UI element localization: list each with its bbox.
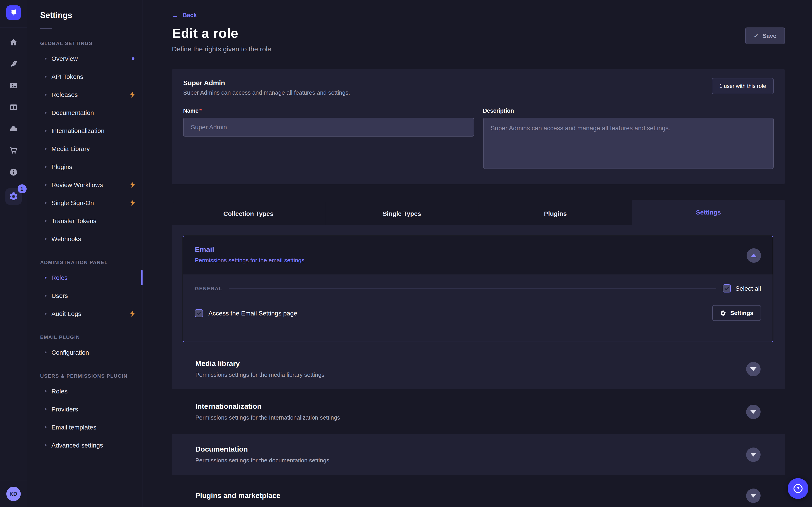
email-accordion-title: Email	[195, 245, 761, 254]
sidebar-item-users[interactable]: Users	[28, 287, 143, 305]
sidebar-item-label: Roles	[51, 274, 68, 281]
name-field-group: Name*	[183, 108, 474, 171]
bullet-icon	[45, 313, 46, 315]
main-content: ← Back Edit a role Define the rights giv…	[144, 0, 812, 507]
sidebar-item-overview[interactable]: Overview	[28, 50, 143, 68]
tab-settings[interactable]: Settings	[632, 200, 785, 225]
sidebar-item-documentation[interactable]: Documentation	[28, 104, 143, 122]
help-button[interactable]: ?	[788, 478, 808, 499]
bullet-icon	[45, 184, 46, 186]
app-root: 1 KD Settings GLOBAL SETTINGS Overview A…	[0, 0, 812, 507]
sidebar-item-transfer-tokens[interactable]: Transfer Tokens	[28, 212, 143, 230]
accordion-media-library[interactable]: Media library Permissions settings for t…	[172, 348, 785, 389]
back-link[interactable]: ← Back	[172, 12, 197, 18]
bullet-icon	[45, 220, 46, 222]
cloud-icon[interactable]	[9, 124, 18, 133]
sidebar-item-label: Media Library	[51, 145, 90, 152]
access-email-settings-checkbox[interactable]	[195, 309, 203, 317]
email-settings-button[interactable]: Settings	[712, 305, 761, 321]
home-icon[interactable]	[9, 38, 18, 47]
expand-button[interactable]	[746, 447, 761, 462]
sidebar-item-roles-admin[interactable]: Roles	[28, 269, 143, 287]
bullet-icon	[45, 390, 46, 392]
sidebar-item-label: Releases	[51, 91, 78, 98]
user-avatar[interactable]: KD	[6, 487, 20, 501]
rail-icon-list: 1	[5, 38, 21, 205]
accordion-plugins-and-marketplace[interactable]: Plugins and marketplace	[172, 475, 785, 507]
expand-button[interactable]	[746, 362, 761, 376]
sidebar-item-single-sign-on[interactable]: Single Sign-On	[28, 194, 143, 212]
sidebar-item-advanced-settings[interactable]: Advanced settings	[28, 436, 143, 454]
content-manager-feather-icon[interactable]	[9, 59, 18, 68]
select-all-checkbox[interactable]	[723, 284, 731, 292]
accordion-title: Media library	[195, 360, 324, 368]
expand-button[interactable]	[746, 404, 761, 419]
description-textarea: Super Admins can access and manage all f…	[483, 118, 774, 169]
sidebar-item-configuration[interactable]: Configuration	[28, 343, 143, 361]
sidebar-item-label: Plugins	[51, 163, 72, 170]
role-description-text: Super Admins can access and manage all f…	[183, 89, 774, 96]
bullet-icon	[45, 277, 46, 279]
accordion-internationalization[interactable]: Internationalization Permissions setting…	[172, 389, 785, 434]
media-library-images-icon[interactable]	[9, 81, 18, 90]
users-with-role-button[interactable]: 1 user with this role	[712, 78, 774, 94]
bullet-icon	[45, 238, 46, 240]
access-email-settings-label: Access the Email Settings page	[208, 309, 297, 317]
chevron-down-icon	[750, 367, 757, 371]
sidebar-item-audit-logs[interactable]: Audit Logs	[28, 305, 143, 323]
name-label: Name*	[183, 108, 474, 114]
chevron-down-icon	[750, 410, 757, 413]
section-divider	[229, 288, 717, 289]
bullet-icon	[45, 444, 46, 446]
sidebar-item-internationalization[interactable]: Internationalization	[28, 122, 143, 140]
sidebar-divider	[40, 29, 52, 29]
strapi-logo-button[interactable]	[0, 0, 27, 27]
info-icon[interactable]	[9, 168, 18, 177]
accordion-documentation[interactable]: Documentation Permissions settings for t…	[172, 434, 785, 475]
sidebar-item-label: Configuration	[51, 349, 89, 356]
sidebar-item-label: Webhooks	[51, 235, 81, 242]
page-subtitle: Define the rights given to the role	[172, 45, 271, 53]
bullet-icon	[45, 351, 46, 353]
email-accordion-header[interactable]: Email Permissions settings for the email…	[183, 236, 773, 274]
permissions-panel: Email Permissions settings for the email…	[172, 225, 785, 507]
sidebar-item-releases[interactable]: Releases	[28, 86, 143, 104]
email-accordion-expanded: Email Permissions settings for the email…	[183, 236, 773, 342]
sidebar-item-roles-up[interactable]: Roles	[28, 382, 143, 400]
bullet-icon	[45, 295, 46, 296]
tab-collection-types[interactable]: Collection Types	[172, 202, 325, 225]
sidebar-item-label: Audit Logs	[51, 310, 81, 317]
sidebar-item-media-library[interactable]: Media Library	[28, 140, 143, 158]
sidebar-item-email-templates[interactable]: Email templates	[28, 418, 143, 436]
notification-dot-icon	[132, 57, 135, 60]
sidebar-item-providers[interactable]: Providers	[28, 400, 143, 418]
sidebar-item-api-tokens[interactable]: API Tokens	[28, 68, 143, 86]
bullet-icon	[45, 58, 46, 59]
bullet-icon	[45, 166, 46, 168]
content-type-builder-layout-icon[interactable]	[9, 103, 18, 112]
sidebar-item-label: Overview	[51, 55, 78, 62]
tab-plugins[interactable]: Plugins	[478, 202, 632, 225]
collapse-button[interactable]	[747, 248, 761, 263]
name-label-text: Name	[183, 108, 199, 114]
sidebar-item-plugins[interactable]: Plugins	[28, 158, 143, 176]
description-label: Description	[483, 108, 774, 114]
accordion-title: Documentation	[195, 445, 329, 453]
sidebar-item-label: Email templates	[51, 424, 96, 431]
save-button[interactable]: ✓ Save	[745, 27, 785, 44]
sidebar-item-review-workflows[interactable]: Review Workflows	[28, 176, 143, 194]
accordion-subtitle: Permissions settings for the media libra…	[195, 371, 324, 378]
sidebar-item-label: Review Workflows	[51, 181, 103, 188]
sidebar-item-label: API Tokens	[51, 73, 83, 80]
chevron-up-icon	[751, 253, 757, 257]
tab-single-types[interactable]: Single Types	[325, 202, 478, 225]
expand-button[interactable]	[746, 489, 761, 503]
gear-icon	[720, 310, 726, 316]
sidebar-item-webhooks[interactable]: Webhooks	[28, 230, 143, 248]
email-accordion-subtitle: Permissions settings for the email setti…	[195, 257, 761, 264]
lightning-icon	[130, 182, 135, 188]
sidebar-item-label: Advanced settings	[51, 442, 103, 449]
settings-gear-button-active[interactable]: 1	[5, 188, 21, 205]
sidebar-item-label: Transfer Tokens	[51, 217, 96, 224]
marketplace-cart-icon[interactable]	[9, 146, 18, 155]
